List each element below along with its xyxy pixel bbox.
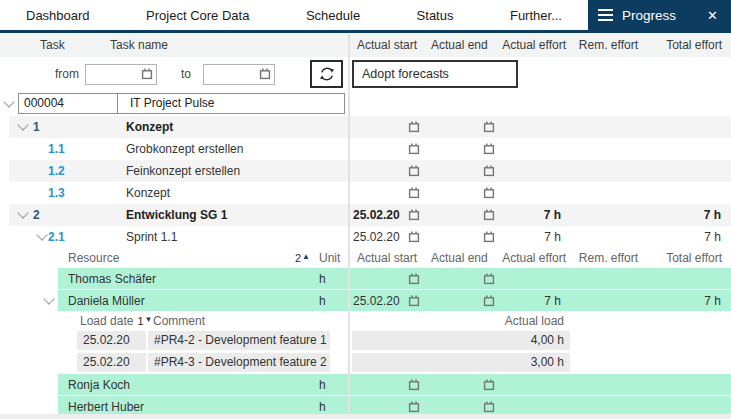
- total-effort-value: 7 h: [704, 226, 721, 248]
- column-header-comment[interactable]: Comment: [153, 312, 205, 330]
- calendar-icon[interactable]: [408, 143, 420, 155]
- column-header-total-effort[interactable]: Total effort: [640, 248, 731, 268]
- tab-dashboard[interactable]: Dashboard: [26, 8, 90, 23]
- table-header-right: Actual start Actual end Actual effort Re…: [348, 33, 731, 57]
- project-id-field[interactable]: 000004: [18, 93, 118, 114]
- tab-status[interactable]: Status: [417, 8, 454, 23]
- column-header-actual-start[interactable]: Actual start: [348, 248, 424, 268]
- resource-values: [348, 268, 731, 289]
- task-name: Feinkonzept erstellen: [126, 160, 240, 182]
- column-header-total-effort[interactable]: Total effort: [640, 33, 731, 57]
- column-header-actual-effort[interactable]: Actual effort: [498, 33, 568, 57]
- tab-schedule[interactable]: Schedule: [306, 8, 360, 23]
- task-number-link[interactable]: 1.1: [48, 138, 65, 160]
- column-header-rem-effort[interactable]: Rem. effort: [568, 248, 640, 268]
- column-header-actual-effort[interactable]: Actual effort: [498, 248, 568, 268]
- calendar-icon[interactable]: [259, 68, 271, 80]
- load-comment-cell[interactable]: #PR4-2 - Development feature 1 -: [148, 331, 330, 350]
- column-header-task[interactable]: Task: [40, 33, 65, 57]
- total-effort-value: 7 h: [704, 204, 721, 226]
- task-row: 1.1 Grobkonzept erstellen: [0, 138, 731, 160]
- unit-value: h: [319, 268, 326, 289]
- adopt-forecasts-button[interactable]: Adopt forecasts: [352, 60, 518, 88]
- resource-values: 25.02.20 7 h 7 h: [348, 290, 731, 311]
- task-values: [348, 138, 731, 160]
- resource-row: Ronja Koch h: [0, 374, 731, 396]
- task-number-link[interactable]: 2: [33, 204, 40, 226]
- menu-icon[interactable]: [598, 9, 613, 21]
- column-header-load-date[interactable]: Load date1▼: [80, 312, 152, 330]
- calendar-icon[interactable]: [141, 68, 153, 80]
- calendar-icon[interactable]: [483, 143, 495, 155]
- task-name: Konzept: [126, 116, 173, 138]
- calendar-icon[interactable]: [483, 121, 495, 133]
- column-header-resource[interactable]: Resource: [68, 248, 119, 268]
- actual-effort-value: 7 h: [544, 226, 561, 248]
- tab-further[interactable]: Further...: [510, 8, 562, 23]
- column-header-actual-start[interactable]: Actual start: [348, 33, 424, 57]
- calendar-icon[interactable]: [408, 295, 420, 307]
- calendar-icon[interactable]: [408, 401, 420, 413]
- load-row: 25.02.20 #PR4-2 - Development feature 1 …: [0, 330, 731, 352]
- from-label: from: [55, 57, 79, 92]
- chevron-down-icon[interactable]: [43, 293, 54, 304]
- task-name: Entwicklung SG 1: [126, 204, 227, 226]
- chevron-down-icon[interactable]: [3, 96, 14, 107]
- calendar-icon[interactable]: [408, 379, 420, 391]
- load-date-cell[interactable]: 25.02.20: [77, 353, 146, 372]
- actual-load-cell[interactable]: 3,00 h: [352, 353, 570, 372]
- column-header-task-name[interactable]: Task name: [110, 33, 168, 57]
- task-number-link[interactable]: 1.2: [48, 160, 65, 182]
- column-header-unit[interactable]: Unit: [319, 248, 340, 268]
- unit-value: h: [319, 290, 326, 311]
- resource-name: Ronja Koch: [68, 374, 130, 395]
- resource-row: Thomas Schäfer h: [0, 268, 731, 290]
- sort-indicator[interactable]: 2▲: [260, 248, 310, 268]
- column-header-actual-load[interactable]: Actual load: [352, 312, 564, 330]
- tab-project-core-data[interactable]: Project Core Data: [146, 8, 249, 23]
- filter-bar: from to Adopt forecasts: [0, 57, 731, 92]
- tab-progress[interactable]: Progress ✕: [588, 0, 731, 33]
- task-number-link[interactable]: 2.1: [48, 226, 65, 248]
- task-number-link[interactable]: 1.3: [48, 182, 65, 204]
- chevron-down-icon[interactable]: [17, 207, 28, 218]
- refresh-button[interactable]: [310, 60, 343, 88]
- task-row: 1.2 Feinkonzept erstellen: [0, 160, 731, 182]
- calendar-icon[interactable]: [483, 295, 495, 307]
- calendar-icon[interactable]: [408, 121, 420, 133]
- calendar-icon[interactable]: [483, 379, 495, 391]
- calendar-icon[interactable]: [408, 187, 420, 199]
- column-header-rem-effort[interactable]: Rem. effort: [568, 33, 640, 57]
- calendar-icon[interactable]: [408, 231, 420, 243]
- load-comment-cell[interactable]: #PR4-3 - Development feature 2 -: [148, 353, 330, 372]
- tab-progress-label: Progress: [622, 8, 676, 23]
- task-values: 25.02.20 7 h 7 h: [348, 226, 731, 248]
- load-row: 25.02.20 #PR4-3 - Development feature 2 …: [0, 352, 731, 374]
- calendar-icon[interactable]: [408, 209, 420, 221]
- column-header-actual-end[interactable]: Actual end: [424, 33, 498, 57]
- calendar-icon[interactable]: [483, 165, 495, 177]
- task-number-link[interactable]: 1: [33, 116, 40, 138]
- calendar-icon[interactable]: [483, 273, 495, 285]
- calendar-icon[interactable]: [483, 209, 495, 221]
- calendar-icon[interactable]: [483, 401, 495, 413]
- chevron-down-icon[interactable]: [36, 229, 47, 240]
- actual-effort-value: 7 h: [544, 204, 561, 226]
- actual-effort-value: 7 h: [544, 290, 561, 312]
- calendar-icon[interactable]: [408, 165, 420, 177]
- calendar-icon[interactable]: [483, 231, 495, 243]
- actual-load-cell[interactable]: 4,00 h: [352, 331, 570, 350]
- project-name-field[interactable]: IT Project Pulse: [117, 93, 345, 114]
- column-header-actual-end[interactable]: Actual end: [424, 248, 498, 268]
- task-values: [348, 160, 731, 182]
- load-date-cell[interactable]: 25.02.20: [77, 331, 146, 350]
- task-row: 2 Entwicklung SG 1 25.02.20 7 h 7 h: [0, 204, 731, 226]
- calendar-icon[interactable]: [408, 273, 420, 285]
- resource-row: Daniela Müller h 25.02.20 7 h 7 h: [0, 290, 731, 312]
- resource-values: [348, 374, 731, 395]
- task-values: [348, 116, 731, 138]
- chevron-down-icon[interactable]: [17, 119, 28, 130]
- resource-name: Thomas Schäfer: [68, 268, 156, 289]
- calendar-icon[interactable]: [483, 187, 495, 199]
- close-icon[interactable]: ✕: [707, 9, 718, 22]
